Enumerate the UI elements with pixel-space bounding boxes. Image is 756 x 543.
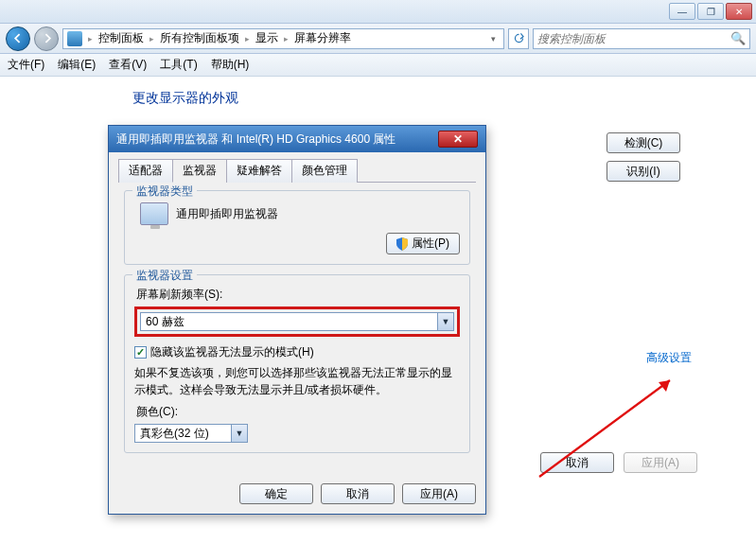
shield-icon: [396, 237, 408, 251]
content-footer-buttons: 取消 应用(A): [540, 452, 697, 473]
breadcrumb-sep: ▸: [245, 34, 250, 44]
control-panel-icon: [67, 31, 82, 46]
address-bar[interactable]: ▸ 控制面板 ▸ 所有控制面板项 ▸ 显示 ▸ 屏幕分辨率 ▾: [62, 28, 504, 49]
address-dropdown[interactable]: ▾: [487, 34, 500, 44]
window-titlebar: — ❐ ✕: [0, 0, 756, 24]
dialog-footer: 确定 取消 应用(A): [109, 476, 485, 514]
monitor-settings-group: 监视器设置 屏幕刷新频率(S): 60 赫兹 ▼ ✓ 隐藏该监视器无法显示的模式…: [124, 274, 470, 453]
hide-modes-checkbox[interactable]: ✓: [134, 346, 147, 359]
breadcrumb-sep: ▸: [149, 34, 154, 44]
forward-button[interactable]: [34, 26, 59, 51]
search-box[interactable]: 🔍: [533, 28, 750, 49]
search-input[interactable]: [537, 32, 730, 45]
color-value: 真彩色(32 位): [135, 426, 231, 442]
right-buttons: 检测(C) 识别(I): [607, 132, 680, 182]
menu-bar: 文件(F) 编辑(E) 查看(V) 工具(T) 帮助(H): [0, 54, 756, 77]
monitor-settings-title: 监视器设置: [132, 268, 197, 284]
breadcrumb-sep: ▸: [284, 34, 289, 44]
monitor-type-title: 监视器类型: [132, 184, 197, 200]
dialog-titlebar[interactable]: 通用即插即用监视器 和 Intel(R) HD Graphics 4600 属性…: [109, 126, 485, 152]
hide-modes-note: 如果不复选该项，则您可以选择那些该监视器无法正常显示的显示模式。这样会导致无法显…: [134, 364, 460, 398]
breadcrumb-1[interactable]: 控制面板: [98, 30, 144, 46]
menu-view[interactable]: 查看(V): [109, 57, 147, 73]
content-apply-button: 应用(A): [624, 452, 697, 473]
back-button[interactable]: [6, 26, 30, 51]
tab-troubleshoot[interactable]: 疑难解答: [226, 159, 292, 183]
advanced-settings-link[interactable]: 高级设置: [646, 350, 692, 366]
chevron-down-icon[interactable]: ▼: [231, 425, 247, 442]
identify-button[interactable]: 识别(I): [607, 161, 680, 182]
dialog-tabs: 适配器 监视器 疑难解答 颜色管理: [118, 158, 476, 183]
menu-tools[interactable]: 工具(T): [160, 57, 197, 73]
minimize-button[interactable]: —: [669, 3, 695, 20]
dialog-title: 通用即插即用监视器 和 Intel(R) HD Graphics 4600 属性: [116, 131, 396, 148]
menu-file[interactable]: 文件(F): [8, 57, 44, 73]
dialog-cancel-button[interactable]: 取消: [321, 483, 395, 504]
monitor-name: 通用即插即用监视器: [176, 206, 278, 222]
monitor-type-group: 监视器类型 通用即插即用监视器 属性(P): [124, 190, 470, 265]
refresh-rate-label: 屏幕刷新频率(S):: [136, 287, 460, 303]
properties-dialog: 通用即插即用监视器 和 Intel(R) HD Graphics 4600 属性…: [108, 125, 486, 515]
breadcrumb-2[interactable]: 所有控制面板项: [160, 30, 239, 46]
detect-button[interactable]: 检测(C): [607, 132, 680, 153]
tab-monitor[interactable]: 监视器: [172, 159, 227, 183]
breadcrumb-4[interactable]: 屏幕分辨率: [294, 30, 351, 46]
hide-modes-label: 隐藏该监视器无法显示的模式(H): [150, 344, 314, 360]
refresh-rate-combo[interactable]: 60 赫兹 ▼: [140, 312, 454, 331]
search-icon: 🔍: [730, 31, 746, 45]
refresh-rate-value: 60 赫兹: [141, 314, 437, 330]
breadcrumb-3[interactable]: 显示: [255, 30, 278, 46]
close-button[interactable]: ✕: [726, 3, 752, 20]
monitor-icon: [140, 202, 168, 225]
color-combo[interactable]: 真彩色(32 位) ▼: [134, 424, 248, 443]
nav-row: ▸ 控制面板 ▸ 所有控制面板项 ▸ 显示 ▸ 屏幕分辨率 ▾ 🔍: [0, 24, 756, 54]
content-cancel-button[interactable]: 取消: [540, 452, 614, 473]
dialog-ok-button[interactable]: 确定: [239, 483, 313, 504]
content-area: 更改显示器的外观: [0, 77, 756, 107]
menu-edit[interactable]: 编辑(E): [58, 57, 96, 73]
dialog-apply-button[interactable]: 应用(A): [402, 483, 476, 504]
breadcrumb-sep: ▸: [88, 34, 93, 44]
dialog-close-button[interactable]: ✕: [438, 131, 478, 148]
color-label: 颜色(C):: [136, 404, 460, 420]
highlight-box: 60 赫兹 ▼: [134, 307, 460, 337]
page-title: 更改显示器的外观: [132, 90, 756, 107]
maximize-button[interactable]: ❐: [697, 3, 724, 20]
tab-color[interactable]: 颜色管理: [291, 159, 358, 183]
refresh-button[interactable]: [508, 28, 529, 49]
svg-marker-1: [659, 380, 670, 392]
chevron-down-icon[interactable]: ▼: [437, 313, 453, 330]
menu-help[interactable]: 帮助(H): [211, 57, 250, 73]
monitor-properties-button[interactable]: 属性(P): [386, 233, 460, 254]
properties-button-label: 属性(P): [412, 236, 449, 252]
tab-adapter[interactable]: 适配器: [118, 159, 173, 183]
